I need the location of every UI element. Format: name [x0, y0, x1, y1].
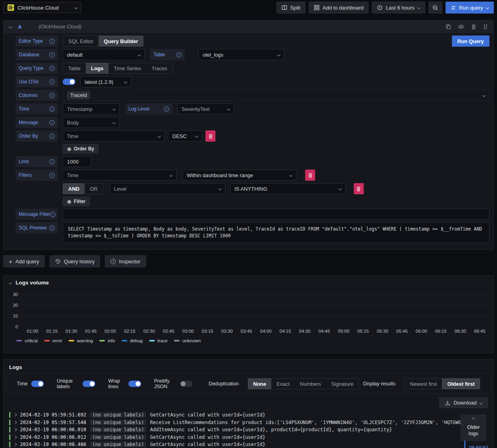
expand-chevron-icon[interactable]: [14, 443, 17, 446]
legend-item-critical[interactable]: critical: [16, 338, 38, 343]
remove-query-trash-icon[interactable]: [471, 24, 476, 30]
log-row[interactable]: 2024-02-19 06:00:06.012(no unique labels…: [9, 434, 493, 441]
newest-first-option[interactable]: Newest first: [404, 379, 442, 389]
run-query-button[interactable]: Run query: [446, 2, 494, 14]
time-column-select[interactable]: Timestamp: [63, 103, 120, 114]
datasource-picker[interactable]: ClickHouse Cloud: [3, 2, 81, 13]
info-icon[interactable]: [49, 39, 55, 44]
order-by-field-select[interactable]: Time: [63, 130, 165, 142]
info-icon[interactable]: [49, 66, 55, 71]
use-otel-toggle[interactable]: [63, 79, 75, 85]
log-level-bar: [9, 434, 10, 440]
oldest-first-option[interactable]: Oldest first: [442, 379, 480, 389]
legend-item-info[interactable]: info: [99, 338, 115, 343]
log-row[interactable]: 2024-02-19 05:59:51.692(no unique labels…: [9, 411, 493, 419]
info-icon[interactable]: [176, 52, 181, 57]
wrap-lines-toggle[interactable]: [128, 381, 141, 387]
drag-handle-icon[interactable]: [483, 24, 488, 30]
legend-color-chip: [69, 340, 74, 341]
display-results-label: Display results: [363, 381, 395, 387]
filter-field-select[interactable]: Time: [63, 170, 177, 181]
chevron-down-icon: [479, 401, 483, 404]
query-row-header[interactable]: A (ClickHouse Cloud): [4, 20, 493, 33]
info-icon[interactable]: [49, 159, 55, 164]
info-icon[interactable]: [49, 79, 55, 85]
legend-color-chip: [122, 340, 127, 341]
info-icon[interactable]: [49, 225, 55, 231]
legend-item-error[interactable]: error: [44, 338, 62, 343]
collapse-chevron-icon[interactable]: [9, 281, 12, 284]
dedup-exact[interactable]: Exact: [271, 379, 295, 389]
query-datasource-hint: (ClickHouse Cloud): [38, 24, 81, 30]
legend-item-unknown[interactable]: unknown: [174, 338, 201, 343]
download-button[interactable]: Download: [439, 397, 488, 408]
info-icon[interactable]: [164, 107, 169, 112]
add-filter-button[interactable]: ⊕ Filter: [63, 197, 90, 206]
info-icon[interactable]: [49, 173, 55, 178]
clickhouse-logo-icon: [8, 4, 14, 11]
expand-chevron-icon[interactable]: [14, 413, 17, 416]
filter-sub-field-select[interactable]: Level: [110, 183, 225, 194]
logs-volume-bars[interactable]: [21, 290, 488, 327]
database-select[interactable]: default: [63, 49, 145, 60]
column-chip[interactable]: TraceId: [67, 91, 90, 99]
hide-response-eye-icon[interactable]: [458, 24, 464, 30]
zoom-out-button[interactable]: [428, 2, 442, 14]
order-by-direction-select[interactable]: DESC: [168, 130, 202, 142]
remove-order-by-button[interactable]: [205, 130, 215, 142]
prettify-json-toggle[interactable]: [180, 381, 193, 387]
log-row[interactable]: 2024-02-19 06:00:08.486(no unique labels…: [9, 441, 493, 448]
time-toggle[interactable]: [31, 381, 44, 387]
message-filter-input[interactable]: [63, 209, 489, 220]
expand-chevron-icon[interactable]: [14, 421, 17, 424]
log-level-select[interactable]: SeverityText: [177, 103, 234, 114]
info-icon[interactable]: [49, 93, 55, 98]
sql-editor-option[interactable]: SQL Editor: [63, 36, 99, 46]
duplicate-query-icon[interactable]: [446, 24, 451, 30]
otel-version-select[interactable]: latest (1.2.9): [80, 76, 131, 87]
chevron-down-icon: [158, 134, 161, 138]
query-type-logs[interactable]: Logs: [86, 63, 108, 73]
add-query-button[interactable]: + Add query: [3, 255, 45, 267]
remove-filter-button[interactable]: [305, 170, 315, 181]
query-history-button[interactable]: Query history: [49, 255, 100, 267]
dedup-numbers[interactable]: Numbers: [295, 379, 326, 389]
add-to-dashboard-button[interactable]: Add to dashboard: [309, 2, 369, 14]
filter-operator-select[interactable]: Within dashboard time range: [182, 170, 296, 181]
legend-item-trace[interactable]: trace: [149, 338, 168, 343]
info-icon[interactable]: [49, 134, 55, 139]
inspector-button[interactable]: Inspector: [105, 255, 146, 267]
message-column-select[interactable]: Body: [63, 117, 120, 128]
expand-chevron-icon[interactable]: [14, 428, 17, 431]
info-icon[interactable]: [49, 52, 55, 57]
limit-input[interactable]: [63, 156, 91, 167]
query-type-table[interactable]: Table: [63, 63, 86, 73]
dedup-signature[interactable]: Signature: [326, 379, 359, 389]
log-row[interactable]: 2024-02-19 06:00:06.010(no unique labels…: [9, 426, 493, 434]
collapse-chevron-icon[interactable]: [9, 25, 12, 28]
table-select[interactable]: otel_logs: [198, 49, 284, 60]
legend-item-warning[interactable]: warning: [69, 338, 93, 343]
info-icon[interactable]: [49, 107, 55, 112]
split-button[interactable]: Split: [276, 2, 306, 14]
query-builder-option[interactable]: Query Builder: [99, 36, 143, 46]
add-order-by-button[interactable]: ⊕ Order By: [63, 144, 99, 154]
query-type-time-series[interactable]: Time Series: [108, 63, 146, 73]
dedup-none[interactable]: None: [248, 379, 272, 389]
time-range-picker[interactable]: Last 6 hours: [372, 2, 425, 14]
legend-item-debug[interactable]: debug: [122, 338, 143, 343]
and-option[interactable]: AND: [63, 184, 85, 194]
unique-labels-toggle[interactable]: [83, 381, 95, 387]
or-option[interactable]: OR: [85, 184, 103, 194]
remove-sub-filter-button[interactable]: [354, 183, 364, 194]
info-icon[interactable]: [49, 120, 55, 125]
info-icon[interactable]: [50, 212, 55, 217]
editor-run-query-button[interactable]: Run Query: [452, 36, 489, 47]
log-labels-badge: (no unique labels): [90, 420, 146, 425]
columns-multiselect[interactable]: TraceId: [63, 90, 489, 101]
filter-sub-operator-select[interactable]: IS ANYTHING: [230, 183, 346, 194]
older-logs-button[interactable]: Older logs: [461, 414, 486, 441]
query-type-traces[interactable]: Traces: [146, 63, 172, 73]
expand-chevron-icon[interactable]: [14, 436, 17, 439]
log-row[interactable]: 2024-02-19 05:59:57.548(no unique labels…: [9, 419, 493, 426]
